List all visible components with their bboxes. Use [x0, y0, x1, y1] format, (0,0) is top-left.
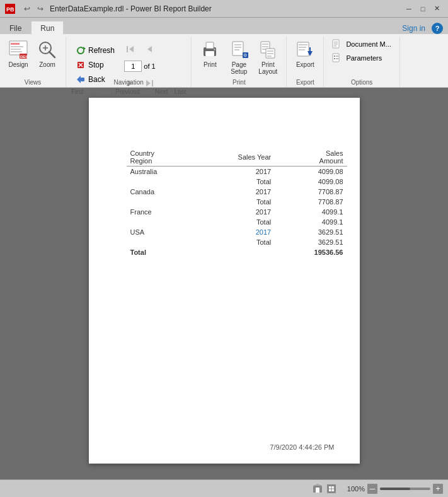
print-layout-label: PrintLayout — [258, 61, 277, 75]
zoom-button[interactable]: Zoom — [34, 38, 60, 70]
svg-rect-3 — [11, 43, 20, 45]
app-icon: PB — [5, 4, 15, 14]
signin-link[interactable]: Sign in — [399, 23, 428, 34]
close-button[interactable]: ✕ — [430, 3, 443, 15]
svg-rect-37 — [262, 46, 268, 47]
table-header-row: CountryRegion Sales Year SalesAmount — [127, 148, 347, 167]
print-button[interactable]: Print — [197, 38, 223, 70]
help-icon[interactable]: ? — [432, 23, 443, 34]
svg-rect-5 — [11, 49, 21, 50]
undo-redo-toolbar: ↩ ↪ — [21, 3, 46, 15]
col-header-country: CountryRegion — [127, 148, 195, 167]
status-icon-2 — [326, 483, 337, 494]
ribbon-group-export: Export Export — [287, 37, 324, 87]
svg-rect-55 — [336, 56, 338, 57]
report-page: CountryRegion Sales Year SalesAmount Aus… — [89, 98, 360, 464]
tab-run[interactable]: Run — [31, 21, 64, 35]
svg-rect-42 — [267, 56, 272, 57]
stop-icon — [76, 60, 86, 70]
navigation-items: Refresh Stop — [71, 37, 186, 105]
cell-total-label: Total — [127, 247, 195, 257]
svg-rect-28 — [214, 49, 215, 50]
window-title: EnterDataExample.rdl - Power BI Report B… — [50, 4, 212, 13]
refresh-label: Refresh — [88, 46, 115, 55]
cell-amount: 7708.87 — [275, 197, 347, 207]
col-header-year: Sales Year — [195, 148, 275, 167]
first-button[interactable] — [122, 40, 139, 58]
views-buttons: DESIGN Design Zoom — [5, 37, 60, 80]
cell-year: 2017 — [195, 207, 275, 217]
cell-country — [127, 197, 195, 207]
export-label: Export — [296, 61, 314, 68]
cell-year: Total — [195, 197, 275, 207]
document-map-button[interactable]: Document M... — [329, 38, 394, 50]
undo-button[interactable]: ↩ — [21, 3, 33, 15]
table-row: Total 3629.51 — [127, 237, 347, 247]
design-label: Design — [8, 61, 28, 68]
navigation-group-label: Navigation — [66, 79, 191, 86]
tab-file[interactable]: File — [0, 21, 31, 35]
svg-rect-52 — [334, 45, 336, 47]
svg-rect-56 — [334, 58, 335, 59]
svg-rect-36 — [262, 44, 268, 45]
parameters-label: Parameters — [346, 54, 382, 62]
stop-button[interactable]: Stop — [71, 58, 119, 72]
stop-label: Stop — [88, 61, 104, 69]
cell-amount: 4099.08 — [275, 167, 347, 177]
svg-text:DESIGN: DESIGN — [20, 55, 28, 59]
table-total-row: Total 19536.56 — [127, 247, 347, 257]
cell-year: 2017 — [195, 167, 275, 177]
title-bar: PB ↩ ↪ EnterDataExample.rdl - Power BI R… — [0, 0, 448, 18]
cell-total-amount: 19536.56 — [275, 247, 347, 257]
svg-rect-50 — [334, 42, 338, 43]
cell-year: Total — [195, 237, 275, 247]
minimize-button[interactable]: ─ — [403, 3, 415, 15]
zoom-in-button[interactable]: + — [433, 484, 443, 494]
parameters-icon — [332, 53, 342, 63]
cell-year: 2017 — [195, 187, 275, 197]
restore-button[interactable]: □ — [416, 3, 429, 15]
zoom-out-button[interactable]: ─ — [367, 484, 377, 494]
nav-labels: First Previous Next Last — [71, 88, 186, 95]
options-items: Document M... Parameters — [329, 37, 394, 74]
page-setup-button[interactable]: ⚙ PageSetup — [226, 38, 252, 77]
cell-amount: 3629.51 — [275, 227, 347, 237]
parameters-button[interactable]: Parameters — [329, 52, 394, 64]
zoom-controls: 100% ─ + — [342, 484, 443, 494]
previous-button[interactable] — [141, 40, 158, 58]
page-of-label: of 1 — [144, 62, 155, 70]
nav-arrows-top — [122, 40, 158, 58]
refresh-button[interactable]: Refresh — [71, 44, 119, 57]
export-button[interactable]: Export — [292, 38, 318, 70]
svg-rect-46 — [299, 49, 305, 50]
status-icon-1 — [312, 483, 323, 494]
design-icon: DESIGN — [8, 40, 28, 60]
document-map-label: Document M... — [346, 40, 391, 48]
views-group-label: Views — [0, 79, 66, 86]
cell-country: USA — [127, 227, 195, 237]
svg-text:⚙: ⚙ — [243, 53, 247, 57]
zoom-label: 100% — [342, 485, 365, 493]
svg-rect-53 — [333, 54, 339, 62]
print-layout-button[interactable]: PrintLayout — [255, 38, 281, 77]
cell-country: Canada — [127, 187, 195, 197]
table-row: Total 4099.08 — [127, 177, 347, 187]
svg-marker-21 — [147, 46, 152, 52]
title-bar-left: PB ↩ ↪ EnterDataExample.rdl - Power BI R… — [5, 3, 212, 15]
zoom-slider[interactable] — [380, 488, 430, 490]
cell-amount: 7708.87 — [275, 187, 347, 197]
redo-button[interactable]: ↪ — [35, 3, 46, 15]
cell-total-year — [195, 247, 275, 257]
print-label: Print — [204, 61, 217, 68]
svg-rect-44 — [299, 44, 307, 45]
svg-line-10 — [49, 52, 55, 57]
svg-rect-6 — [11, 51, 22, 52]
cell-year: Total — [195, 217, 275, 227]
col-header-amount: SalesAmount — [275, 148, 347, 167]
refresh-icon — [76, 45, 86, 56]
last-label-text: Last — [174, 88, 186, 95]
page-setup-icon: ⚙ — [229, 40, 249, 60]
page-number-input[interactable] — [124, 61, 142, 72]
design-button[interactable]: DESIGN Design — [5, 38, 32, 70]
svg-rect-60 — [316, 488, 319, 493]
